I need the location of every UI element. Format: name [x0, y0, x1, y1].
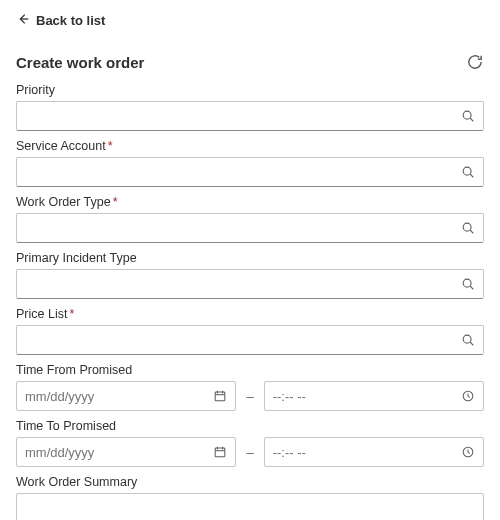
service-account-label: Service Account* — [16, 139, 484, 153]
time-to-label: Time To Promised — [16, 419, 484, 433]
svg-point-3 — [463, 279, 471, 287]
time-to-date-field[interactable] — [16, 437, 236, 467]
refresh-icon — [466, 57, 484, 74]
clock-icon[interactable] — [453, 389, 483, 403]
time-from-time-field[interactable] — [264, 381, 484, 411]
arrow-left-icon — [16, 12, 30, 29]
search-icon[interactable] — [453, 277, 483, 291]
required-indicator: * — [108, 139, 113, 153]
priority-lookup[interactable] — [16, 101, 484, 131]
priority-input[interactable] — [17, 102, 453, 130]
time-to-time-field[interactable] — [264, 437, 484, 467]
refresh-button[interactable] — [466, 53, 484, 71]
priority-label: Priority — [16, 83, 484, 97]
work-order-type-label: Work Order Type* — [16, 195, 484, 209]
price-list-input[interactable] — [17, 326, 453, 354]
svg-point-4 — [463, 335, 471, 343]
work-order-type-lookup[interactable] — [16, 213, 484, 243]
service-account-input[interactable] — [17, 158, 453, 186]
svg-point-2 — [463, 223, 471, 231]
required-indicator: * — [69, 307, 74, 321]
page-title: Create work order — [16, 54, 144, 71]
back-to-list-link[interactable]: Back to list — [16, 10, 105, 31]
time-from-time-input[interactable] — [265, 382, 453, 410]
price-list-lookup[interactable] — [16, 325, 484, 355]
datetime-separator: – — [246, 389, 253, 404]
primary-incident-type-lookup[interactable] — [16, 269, 484, 299]
svg-rect-5 — [216, 392, 226, 401]
required-indicator: * — [113, 195, 118, 209]
primary-incident-type-label: Primary Incident Type — [16, 251, 484, 265]
search-icon[interactable] — [453, 165, 483, 179]
time-to-date-input[interactable] — [17, 438, 205, 466]
clock-icon[interactable] — [453, 445, 483, 459]
summary-label: Work Order Summary — [16, 475, 484, 489]
calendar-icon[interactable] — [205, 389, 235, 403]
search-icon[interactable] — [453, 333, 483, 347]
time-to-time-input[interactable] — [265, 438, 453, 466]
summary-textarea[interactable] — [16, 493, 484, 520]
svg-point-1 — [463, 167, 471, 175]
service-account-lookup[interactable] — [16, 157, 484, 187]
time-from-date-input[interactable] — [17, 382, 205, 410]
svg-point-0 — [463, 111, 471, 119]
search-icon[interactable] — [453, 221, 483, 235]
datetime-separator: – — [246, 445, 253, 460]
primary-incident-type-input[interactable] — [17, 270, 453, 298]
work-order-type-input[interactable] — [17, 214, 453, 242]
time-from-label: Time From Promised — [16, 363, 484, 377]
back-to-list-label: Back to list — [36, 13, 105, 28]
price-list-label: Price List* — [16, 307, 484, 321]
time-from-date-field[interactable] — [16, 381, 236, 411]
calendar-icon[interactable] — [205, 445, 235, 459]
search-icon[interactable] — [453, 109, 483, 123]
svg-rect-7 — [216, 448, 226, 457]
